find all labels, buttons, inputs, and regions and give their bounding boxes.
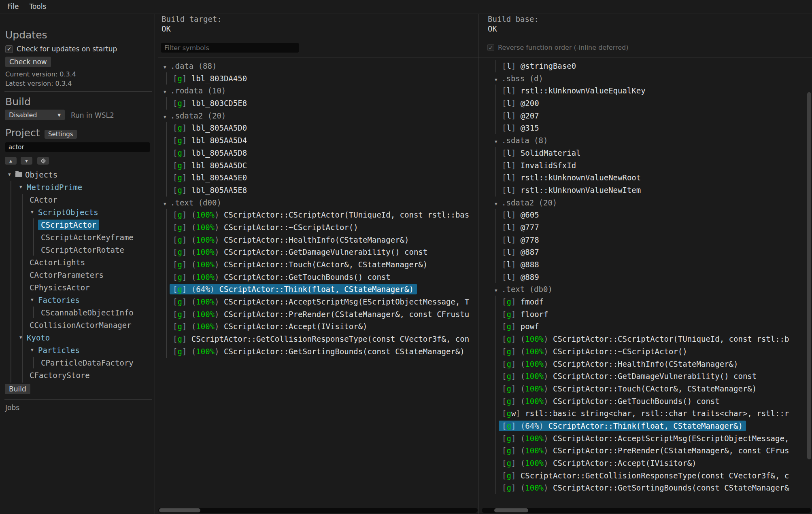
section-header[interactable]: ▼.data (88) xyxy=(157,60,478,72)
expand-arrow-icon[interactable]: ▼ xyxy=(19,335,27,340)
filter-symbols-input[interactable]: Filter symbols xyxy=(161,43,299,53)
expand-arrow-icon[interactable]: ▼ xyxy=(31,347,38,353)
check-now-button[interactable]: Check now xyxy=(5,57,51,67)
symbol-row[interactable]: [g] (100%) CScriptActor::HealthInfo(CSta… xyxy=(157,234,478,246)
tree-item-CParticleDataFactory[interactable]: CParticleDataFactory xyxy=(0,356,155,369)
tree-item-CActorLights[interactable]: CActorLights xyxy=(0,256,155,269)
target-hscroll-track[interactable] xyxy=(158,508,478,513)
symbol-row[interactable]: [l] @887 xyxy=(478,246,812,258)
symbol-row[interactable]: [g] (100%) CScriptActor::GetSortingBound… xyxy=(478,482,812,494)
symbol-row[interactable]: [g] (100%) CScriptActor::CScriptActor(TU… xyxy=(478,333,812,345)
tree-item-Factories[interactable]: ▼Factories xyxy=(0,294,155,306)
build-button[interactable]: Build xyxy=(5,384,30,394)
tree-item-CFactoryStore[interactable]: CFactoryStore xyxy=(0,369,155,381)
symbol-row[interactable]: [g] (100%) CScriptActor::Accept(IVisitor… xyxy=(478,457,812,470)
symbol-row[interactable]: [g] (100%) CScriptActor::~CScriptActor() xyxy=(157,221,478,234)
symbol-row[interactable]: [g] CScriptActor::GetCollisionResponseTy… xyxy=(157,333,478,345)
symbol-row[interactable]: [g] (100%) CScriptActor::CScriptActor(TU… xyxy=(157,209,478,221)
symbol-row[interactable]: [g] (100%) CScriptActor::GetDamageVulner… xyxy=(157,246,478,258)
symbol-row[interactable]: [g] fmodf xyxy=(478,296,812,308)
expand-arrow-icon[interactable]: ▼ xyxy=(31,209,38,215)
section-header[interactable]: ▼.sbss (d) xyxy=(478,72,812,85)
tree-item-CScriptActor[interactable]: CScriptActor xyxy=(0,218,155,231)
symbol-row[interactable]: [l] @605 xyxy=(478,209,812,221)
section-header[interactable]: ▼.sdata2 (20) xyxy=(478,197,812,209)
symbol-row[interactable]: [l] rstl::kUnknownValueEqualKey xyxy=(478,85,812,97)
tree-item-Particles[interactable]: ▼Particles xyxy=(0,344,155,356)
symbol-row[interactable]: [g] lbl_805AA5D4 xyxy=(157,134,478,147)
menu-tools[interactable]: Tools xyxy=(29,2,46,11)
symbol-row[interactable]: [l] InvalidSfxId xyxy=(478,159,812,172)
symbol-row[interactable]: [g] (100%) CScriptActor::Accept(IVisitor… xyxy=(157,320,478,333)
target-hscroll-thumb[interactable] xyxy=(159,508,200,512)
symbol-row[interactable]: [l] @stringBase0 xyxy=(478,60,812,72)
base-hscroll-thumb[interactable] xyxy=(494,508,528,512)
tree-item-CPhysicsActor[interactable]: CPhysicsActor xyxy=(0,281,155,294)
symbol-row[interactable]: [g] (100%) CScriptActor::Touch(CActor&, … xyxy=(478,383,812,395)
symbol-row[interactable]: [g] (100%) CScriptActor::AcceptScriptMsg… xyxy=(157,296,478,308)
symbol-row[interactable]: [g] (100%) CScriptActor::Touch(CActor&, … xyxy=(157,258,478,271)
base-vscroll-thumb[interactable] xyxy=(807,92,811,459)
project-settings-button[interactable]: Settings xyxy=(45,130,77,139)
project-search-input[interactable]: actor xyxy=(5,142,150,152)
expand-arrow-icon[interactable]: ▼ xyxy=(31,297,38,302)
symbol-row[interactable]: [l] SolidMaterial xyxy=(478,147,812,159)
symbol-row[interactable]: [l] @200 xyxy=(478,97,812,110)
symbol-row[interactable]: [g] (100%) CScriptActor::GetTouchBounds(… xyxy=(157,271,478,283)
symbol-row[interactable]: [l] @888 xyxy=(478,258,812,271)
symbol-row[interactable]: [g] (100%) CScriptActor::GetTouchBounds(… xyxy=(478,395,812,408)
menu-file[interactable]: File xyxy=(7,2,19,11)
tree-item-CActor[interactable]: CActor xyxy=(0,193,155,206)
symbol-row[interactable]: [g] floorf xyxy=(478,308,812,321)
expand-arrow-icon[interactable]: ▼ xyxy=(8,172,15,177)
section-header[interactable]: ▼.sdata2 (20) xyxy=(157,110,478,122)
tree-item-CActorParameters[interactable]: CActorParameters xyxy=(0,269,155,281)
tree-item-CScannableObjectInfo[interactable]: CScannableObjectInfo xyxy=(0,306,155,319)
symbol-row[interactable]: [l] @778 xyxy=(478,234,812,246)
tree-item-ScriptObjects[interactable]: ▼ScriptObjects xyxy=(0,206,155,218)
next-match-button[interactable]: ▼ xyxy=(21,157,32,165)
section-header[interactable]: ▼.text (d00) xyxy=(157,197,478,209)
section-header[interactable]: ▼.sdata (8) xyxy=(478,134,812,147)
tree-item-CScriptActorKeyframe[interactable]: CScriptActorKeyframe xyxy=(0,231,155,243)
expand-arrow-icon[interactable]: ▼ xyxy=(19,184,27,190)
symbol-row[interactable]: [l] rstl::kUnknownValueNewRoot xyxy=(478,171,812,184)
section-header[interactable]: ▼.text (db0) xyxy=(478,283,812,296)
tree-item-Objects[interactable]: ▼Objects xyxy=(0,168,155,181)
check-updates-checkbox[interactable]: ✓ xyxy=(5,45,13,53)
symbol-row[interactable]: [g] (100%) CScriptActor::GetSortingBound… xyxy=(157,345,478,358)
tree-item-MetroidPrime[interactable]: ▼MetroidPrime xyxy=(0,181,155,193)
tree-item-CCollisionActorManager[interactable]: CCollisionActorManager xyxy=(0,319,155,331)
symbol-row[interactable]: [l] @889 xyxy=(478,271,812,283)
symbol-row[interactable]: [g] lbl_805AA5D0 xyxy=(157,122,478,134)
symbol-row[interactable]: [g] (100%) CScriptActor::HealthInfo(CSta… xyxy=(478,358,812,370)
symbol-row[interactable]: [g] CScriptActor::GetCollisionResponseTy… xyxy=(478,470,812,482)
symbol-row[interactable]: [gw] rstl::basic_string<char, rstl::char… xyxy=(478,407,812,420)
symbol-row[interactable]: [g] lbl_805AA5DC xyxy=(157,159,478,172)
symbol-row[interactable]: [l] @207 xyxy=(478,110,812,122)
symbol-row[interactable]: [l] @315 xyxy=(478,122,812,134)
symbol-row[interactable]: [g] lbl_803DA450 xyxy=(157,72,478,85)
symbol-row[interactable]: [g] (100%) CScriptActor::PreRender(CStat… xyxy=(157,308,478,321)
symbol-row[interactable]: [g] lbl_803CD5E8 xyxy=(157,97,478,110)
tree-item-CScriptActorRotate[interactable]: CScriptActorRotate xyxy=(0,243,155,256)
symbol-row[interactable]: [g] (100%) CScriptActor::AcceptScriptMsg… xyxy=(478,432,812,445)
symbol-row[interactable]: [l] rstl::kUnknownValueNewItem xyxy=(478,184,812,197)
base-hscroll-track[interactable] xyxy=(482,508,811,513)
reverse-order-checkbox[interactable]: ✓ xyxy=(487,44,494,51)
build-mode-select[interactable]: Disabled ▼ xyxy=(5,110,65,120)
locate-button[interactable] xyxy=(37,157,49,165)
symbol-row-selected[interactable]: [g] (64%) CScriptActor::Think(float, CSt… xyxy=(157,283,478,296)
tree-item-Kyoto[interactable]: ▼Kyoto xyxy=(0,331,155,344)
symbol-row[interactable]: [g] (100%) CScriptActor::~CScriptActor() xyxy=(478,345,812,358)
symbol-row[interactable]: [g] (100%) CScriptActor::GetDamageVulner… xyxy=(478,370,812,383)
symbol-row-selected[interactable]: [g] (64%) CScriptActor::Think(float, CSt… xyxy=(478,420,812,432)
symbol-row[interactable]: [g] powf xyxy=(478,320,812,333)
prev-match-button[interactable]: ▲ xyxy=(5,157,17,165)
symbol-row[interactable]: [l] @777 xyxy=(478,221,812,234)
symbol-row[interactable]: [g] lbl_805AA5E0 xyxy=(157,171,478,184)
symbol-row[interactable]: [g] lbl_805AA5E8 xyxy=(157,184,478,197)
symbol-row[interactable]: [g] (100%) CScriptActor::PreRender(CStat… xyxy=(478,444,812,457)
section-header[interactable]: ▼.rodata (10) xyxy=(157,85,478,97)
symbol-row[interactable]: [g] lbl_805AA5D8 xyxy=(157,147,478,159)
